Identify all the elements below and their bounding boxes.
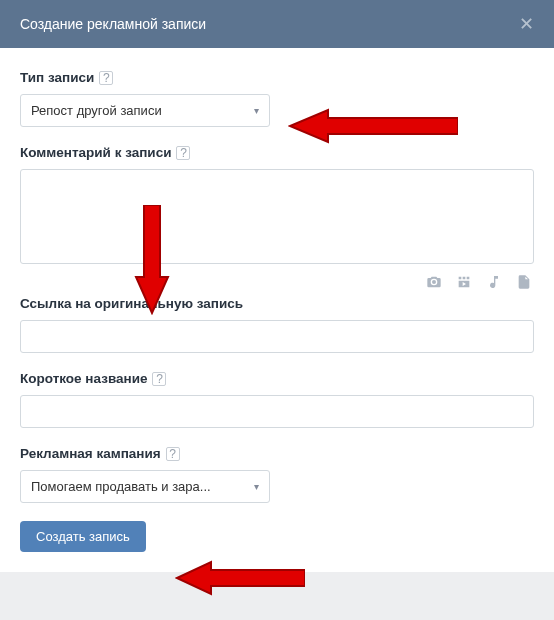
label-comment: Комментарий к записи ? bbox=[20, 145, 534, 160]
attach-bar bbox=[20, 268, 534, 292]
help-icon[interactable]: ? bbox=[99, 71, 113, 85]
post-type-select[interactable]: Репост другой записи ▾ bbox=[20, 94, 270, 127]
field-comment: Комментарий к записи ? bbox=[20, 145, 534, 292]
label-campaign-text: Рекламная кампания bbox=[20, 446, 161, 461]
camera-icon[interactable] bbox=[426, 274, 442, 290]
music-icon[interactable] bbox=[486, 274, 502, 290]
field-short-name: Короткое название ? bbox=[20, 371, 534, 428]
field-campaign: Рекламная кампания ? Помогаем продавать … bbox=[20, 446, 534, 503]
close-icon[interactable]: ✕ bbox=[519, 15, 534, 33]
document-icon[interactable] bbox=[516, 274, 532, 290]
post-type-value: Репост другой записи bbox=[31, 103, 162, 118]
chevron-down-icon: ▾ bbox=[254, 481, 259, 492]
short-name-input[interactable] bbox=[20, 395, 534, 428]
label-short-name: Короткое название ? bbox=[20, 371, 534, 386]
footer-row: Создать запись bbox=[20, 521, 534, 552]
help-icon[interactable]: ? bbox=[176, 146, 190, 160]
label-original-link: Ссылка на оригинальную запись bbox=[20, 296, 534, 311]
campaign-select[interactable]: Помогаем продавать и зара... ▾ bbox=[20, 470, 270, 503]
help-icon[interactable]: ? bbox=[166, 447, 180, 461]
create-post-button[interactable]: Создать запись bbox=[20, 521, 146, 552]
original-link-input[interactable] bbox=[20, 320, 534, 353]
label-original-link-text: Ссылка на оригинальную запись bbox=[20, 296, 243, 311]
help-icon[interactable]: ? bbox=[152, 372, 166, 386]
create-ad-post-modal: Создание рекламной записи ✕ Тип записи ?… bbox=[0, 0, 554, 572]
comment-textarea[interactable] bbox=[20, 169, 534, 264]
modal-header: Создание рекламной записи ✕ bbox=[0, 0, 554, 48]
label-campaign: Рекламная кампания ? bbox=[20, 446, 534, 461]
label-comment-text: Комментарий к записи bbox=[20, 145, 171, 160]
label-post-type: Тип записи ? bbox=[20, 70, 534, 85]
video-icon[interactable] bbox=[456, 274, 472, 290]
campaign-value: Помогаем продавать и зара... bbox=[31, 479, 211, 494]
chevron-down-icon: ▾ bbox=[254, 105, 259, 116]
label-short-name-text: Короткое название bbox=[20, 371, 147, 386]
field-original-link: Ссылка на оригинальную запись bbox=[20, 296, 534, 353]
label-post-type-text: Тип записи bbox=[20, 70, 94, 85]
modal-body: Тип записи ? Репост другой записи ▾ Комм… bbox=[0, 48, 554, 572]
field-post-type: Тип записи ? Репост другой записи ▾ bbox=[20, 70, 534, 127]
modal-title: Создание рекламной записи bbox=[20, 16, 206, 32]
